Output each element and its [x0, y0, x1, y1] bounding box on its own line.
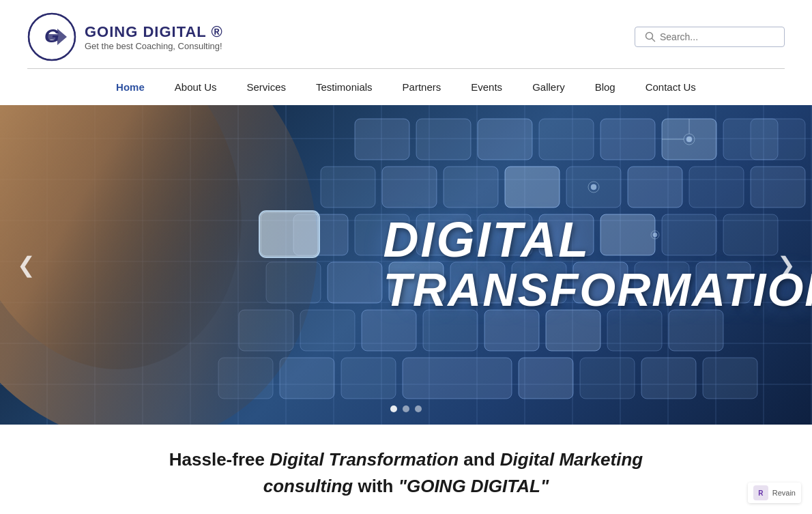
hero-text: DIGITAL TRANSFORMATION: [383, 215, 812, 315]
hero-line1: DIGITAL: [383, 215, 812, 264]
logo-icon: G: [27, 12, 76, 61]
bottom-hassle-free: Hassle-free: [169, 449, 270, 470]
logo-title: GOING DIGITAL ®: [85, 23, 223, 41]
svg-line-5: [652, 39, 655, 42]
nav-item-home[interactable]: Home: [101, 69, 160, 105]
nav-item-services[interactable]: Services: [232, 69, 302, 105]
bottom-line1: Hassle-free Digital Transformation and D…: [41, 446, 771, 473]
slider-next-button[interactable]: ❯: [771, 250, 801, 280]
logo-text-group: GOING DIGITAL ® Get the best Coaching, C…: [85, 23, 223, 51]
nav-item-partners[interactable]: Partners: [388, 69, 456, 105]
search-box[interactable]: [635, 27, 785, 47]
nav-item-contact[interactable]: Contact Us: [630, 69, 711, 105]
nav-item-gallery[interactable]: Gallery: [517, 69, 580, 105]
main-navigation: Home About Us Services Testimonials Part…: [0, 69, 812, 105]
bottom-text-section: Hassle-free Digital Transformation and D…: [0, 425, 812, 513]
logo-area[interactable]: G GOING DIGITAL ® Get the best Coaching,…: [27, 12, 223, 61]
slider-dot-2[interactable]: [403, 405, 409, 412]
hero-background: DIGITAL TRANSFORMATION ❮ ❯: [0, 105, 812, 425]
slider-prev-button[interactable]: ❮: [11, 250, 41, 280]
nav-item-blog[interactable]: Blog: [580, 69, 630, 105]
revain-label: Revain: [772, 489, 796, 497]
hero-slider: DIGITAL TRANSFORMATION ❮ ❯: [0, 105, 812, 425]
hero-line2: TRANSFORMATION: [383, 264, 812, 315]
site-header: G GOING DIGITAL ® Get the best Coaching,…: [0, 0, 812, 68]
bottom-digital-marketing: Digital Marketing: [500, 449, 643, 470]
nav-item-events[interactable]: Events: [456, 69, 517, 105]
bottom-line2: consulting with "GOING DIGITAL": [41, 473, 771, 500]
logo-subtitle: Get the best Coaching, Consulting!: [85, 41, 223, 51]
search-icon: [645, 31, 656, 42]
bottom-with: with: [353, 476, 398, 496]
revain-logo-icon: R: [753, 485, 768, 500]
search-input[interactable]: [660, 31, 774, 42]
slider-dots: [390, 405, 422, 412]
bottom-digital-transformation: Digital Transformation: [270, 449, 459, 470]
nav-item-testimonials[interactable]: Testimonials: [301, 69, 388, 105]
revain-badge: R Revain: [748, 483, 801, 503]
nav-item-about[interactable]: About Us: [160, 69, 232, 105]
bottom-and: and: [459, 449, 500, 470]
bottom-consulting: consulting: [263, 476, 353, 496]
slider-dot-1[interactable]: [390, 405, 397, 412]
bottom-brand-quote: "GOING DIGITAL": [398, 476, 549, 496]
slider-dot-3[interactable]: [415, 405, 422, 412]
